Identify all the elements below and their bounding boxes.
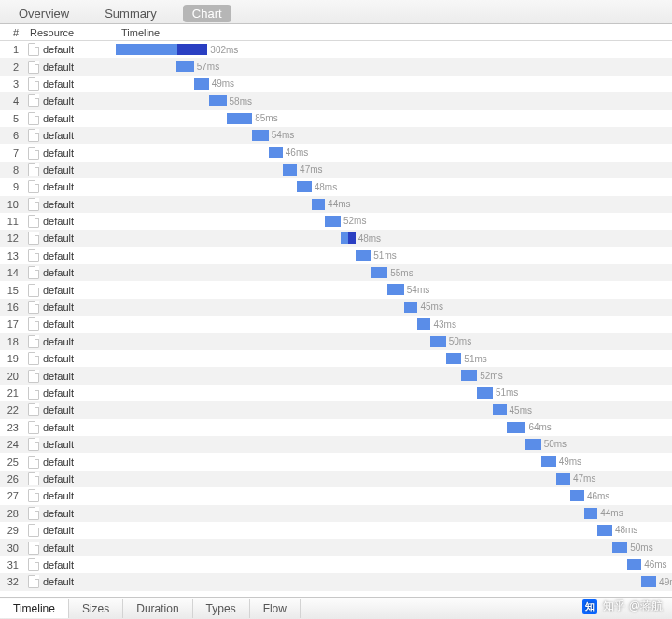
row-resource: default <box>24 112 116 125</box>
table-row[interactable]: 9default48ms <box>0 178 672 195</box>
timing-bar <box>597 525 612 536</box>
resource-label: default <box>43 164 74 176</box>
row-resource: default <box>24 129 116 142</box>
bottom-tab-duration[interactable]: Duration <box>123 599 192 618</box>
row-timeline: 51ms <box>116 385 672 401</box>
row-timeline: 46ms <box>116 556 672 573</box>
tab-overview[interactable]: Overview <box>9 5 78 22</box>
bottom-tab-sizes[interactable]: Sizes <box>69 599 123 618</box>
table-row[interactable]: 30default50ms <box>0 539 672 556</box>
file-icon <box>28 284 39 297</box>
row-number: 19 <box>0 353 24 364</box>
resource-label: default <box>43 473 74 485</box>
row-timeline: 302ms <box>116 41 672 58</box>
resource-label: default <box>43 318 74 330</box>
timing-bar <box>325 216 341 227</box>
file-icon <box>28 163 39 176</box>
table-row[interactable]: 5default85ms <box>0 110 672 127</box>
bottom-tab-types[interactable]: Types <box>193 599 250 618</box>
duration-label: 48ms <box>615 525 637 535</box>
row-timeline: 48ms <box>116 230 672 246</box>
table-row[interactable]: 7default46ms <box>0 144 672 161</box>
file-icon <box>28 61 39 74</box>
table-row[interactable]: 26default47ms <box>0 471 672 487</box>
table-row[interactable]: 27default46ms <box>0 487 672 504</box>
resource-label: default <box>43 525 74 536</box>
duration-label: 55ms <box>390 268 413 278</box>
tab-summary[interactable]: Summary <box>95 5 166 22</box>
table-row[interactable]: 28default44ms <box>0 505 672 522</box>
table-row[interactable]: 21default51ms <box>0 385 672 401</box>
timing-bar <box>556 473 570 485</box>
row-resource: default <box>24 147 116 160</box>
table-row[interactable]: 23default64ms <box>0 419 672 436</box>
resource-label: default <box>43 387 74 399</box>
timing-bar <box>430 336 445 347</box>
table-row[interactable]: 31default46ms <box>0 556 672 573</box>
table-row[interactable]: 16default45ms <box>0 299 672 316</box>
row-timeline: 49ms <box>116 573 672 590</box>
row-number: 7 <box>0 148 24 159</box>
table-row[interactable]: 32default49ms <box>0 573 672 590</box>
file-icon <box>28 77 39 91</box>
table-row[interactable]: 6default54ms <box>0 127 672 144</box>
timing-bar <box>297 181 312 192</box>
row-resource: default <box>24 232 116 245</box>
table-row[interactable]: 11default52ms <box>0 213 672 230</box>
duration-label: 51ms <box>373 250 396 260</box>
file-icon <box>28 129 39 142</box>
file-icon <box>28 180 39 193</box>
bottom-tab-flow[interactable]: Flow <box>250 599 301 618</box>
row-number: 10 <box>0 199 24 210</box>
resource-label: default <box>43 371 74 382</box>
table-row[interactable]: 10default44ms <box>0 196 672 213</box>
table-row[interactable]: 15default54ms <box>0 281 672 298</box>
file-icon <box>28 370 39 383</box>
table-row[interactable]: 25default49ms <box>0 453 672 470</box>
row-resource: default <box>24 180 116 193</box>
duration-label: 49ms <box>659 577 672 587</box>
row-number: 1 <box>0 44 24 55</box>
row-resource: default <box>24 163 116 176</box>
table-row[interactable]: 20default52ms <box>0 367 672 384</box>
file-icon <box>28 266 39 279</box>
table-row[interactable]: 12default48ms <box>0 230 672 246</box>
bottom-tab-timeline[interactable]: Timeline <box>0 599 69 618</box>
table-row[interactable]: 22default45ms <box>0 401 672 418</box>
file-icon <box>28 232 39 245</box>
row-resource: default <box>24 352 116 365</box>
table-row[interactable]: 17default43ms <box>0 316 672 332</box>
table-row[interactable]: 18default50ms <box>0 333 672 350</box>
timing-bar <box>283 164 297 176</box>
row-timeline: 47ms <box>116 471 672 487</box>
table-row[interactable]: 4default58ms <box>0 92 672 109</box>
row-timeline: 44ms <box>116 505 672 522</box>
timing-bar <box>356 250 371 261</box>
row-resource: default <box>24 524 116 537</box>
row-resource: default <box>24 575 116 588</box>
table-row[interactable]: 13default51ms <box>0 247 672 264</box>
col-header-resource[interactable]: Resource <box>24 27 116 38</box>
row-number: 15 <box>0 285 24 296</box>
table-row[interactable]: 29default48ms <box>0 522 672 539</box>
table-row[interactable]: 24default50ms <box>0 436 672 453</box>
col-header-timeline[interactable]: Timeline <box>116 27 672 38</box>
table-row[interactable]: 8default47ms <box>0 162 672 178</box>
table-row[interactable]: 1default302ms <box>0 41 672 58</box>
table-row[interactable]: 3default49ms <box>0 76 672 92</box>
row-number: 24 <box>0 439 24 450</box>
duration-label: 51ms <box>464 354 486 364</box>
file-icon <box>28 387 39 400</box>
timing-bar <box>387 284 404 295</box>
resource-label: default <box>43 267 74 278</box>
row-number: 11 <box>0 216 24 227</box>
tab-chart[interactable]: Chart <box>183 5 231 22</box>
row-timeline: 52ms <box>116 213 672 230</box>
table-row[interactable]: 19default51ms <box>0 350 672 367</box>
table-row[interactable]: 2default57ms <box>0 58 672 75</box>
col-header-number[interactable]: # <box>0 27 24 38</box>
row-resource: default <box>24 61 116 74</box>
table-row[interactable]: 14default55ms <box>0 264 672 281</box>
duration-label: 54ms <box>272 130 294 140</box>
file-icon <box>28 558 39 571</box>
